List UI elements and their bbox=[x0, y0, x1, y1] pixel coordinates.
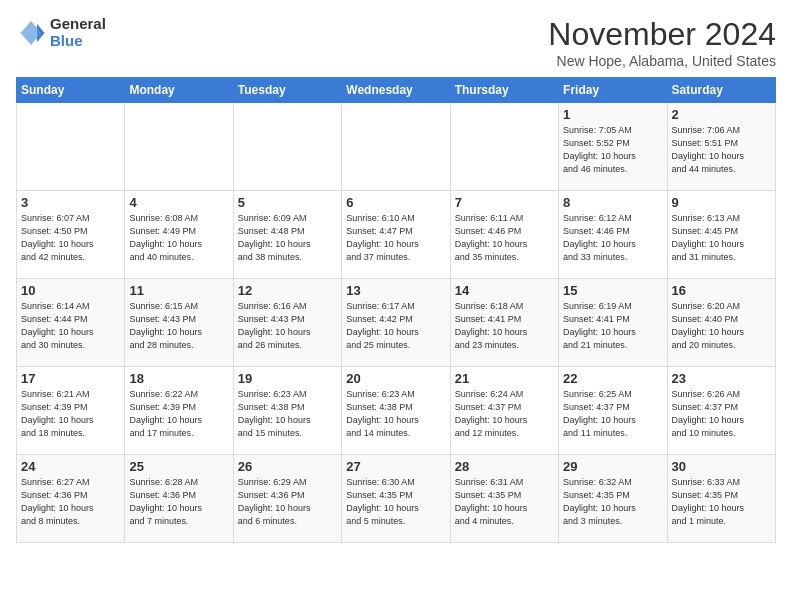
day-info: Sunrise: 6:28 AM Sunset: 4:36 PM Dayligh… bbox=[129, 476, 228, 528]
day-number: 15 bbox=[563, 283, 662, 298]
calendar-day: 17Sunrise: 6:21 AM Sunset: 4:39 PM Dayli… bbox=[17, 367, 125, 455]
calendar-week: 1Sunrise: 7:05 AM Sunset: 5:52 PM Daylig… bbox=[17, 103, 776, 191]
day-number: 13 bbox=[346, 283, 445, 298]
calendar-day: 3Sunrise: 6:07 AM Sunset: 4:50 PM Daylig… bbox=[17, 191, 125, 279]
calendar-week: 3Sunrise: 6:07 AM Sunset: 4:50 PM Daylig… bbox=[17, 191, 776, 279]
calendar-day bbox=[125, 103, 233, 191]
calendar-day: 30Sunrise: 6:33 AM Sunset: 4:35 PM Dayli… bbox=[667, 455, 775, 543]
calendar-day: 10Sunrise: 6:14 AM Sunset: 4:44 PM Dayli… bbox=[17, 279, 125, 367]
calendar-day: 2Sunrise: 7:06 AM Sunset: 5:51 PM Daylig… bbox=[667, 103, 775, 191]
day-info: Sunrise: 6:08 AM Sunset: 4:49 PM Dayligh… bbox=[129, 212, 228, 264]
header-cell: Sunday bbox=[17, 78, 125, 103]
day-number: 16 bbox=[672, 283, 771, 298]
calendar-day: 24Sunrise: 6:27 AM Sunset: 4:36 PM Dayli… bbox=[17, 455, 125, 543]
day-number: 25 bbox=[129, 459, 228, 474]
calendar-day: 11Sunrise: 6:15 AM Sunset: 4:43 PM Dayli… bbox=[125, 279, 233, 367]
day-info: Sunrise: 6:32 AM Sunset: 4:35 PM Dayligh… bbox=[563, 476, 662, 528]
day-info: Sunrise: 6:11 AM Sunset: 4:46 PM Dayligh… bbox=[455, 212, 554, 264]
calendar-day: 29Sunrise: 6:32 AM Sunset: 4:35 PM Dayli… bbox=[559, 455, 667, 543]
calendar-day: 9Sunrise: 6:13 AM Sunset: 4:45 PM Daylig… bbox=[667, 191, 775, 279]
header-cell: Monday bbox=[125, 78, 233, 103]
header-cell: Saturday bbox=[667, 78, 775, 103]
day-info: Sunrise: 6:24 AM Sunset: 4:37 PM Dayligh… bbox=[455, 388, 554, 440]
day-number: 22 bbox=[563, 371, 662, 386]
day-info: Sunrise: 6:31 AM Sunset: 4:35 PM Dayligh… bbox=[455, 476, 554, 528]
calendar-day: 19Sunrise: 6:23 AM Sunset: 4:38 PM Dayli… bbox=[233, 367, 341, 455]
day-number: 23 bbox=[672, 371, 771, 386]
svg-marker-1 bbox=[21, 21, 42, 45]
header-cell: Thursday bbox=[450, 78, 558, 103]
calendar-day: 26Sunrise: 6:29 AM Sunset: 4:36 PM Dayli… bbox=[233, 455, 341, 543]
day-number: 14 bbox=[455, 283, 554, 298]
header-cell: Wednesday bbox=[342, 78, 450, 103]
day-info: Sunrise: 6:30 AM Sunset: 4:35 PM Dayligh… bbox=[346, 476, 445, 528]
day-number: 2 bbox=[672, 107, 771, 122]
title-block: November 2024 New Hope, Alabama, United … bbox=[548, 16, 776, 69]
day-number: 26 bbox=[238, 459, 337, 474]
day-info: Sunrise: 6:19 AM Sunset: 4:41 PM Dayligh… bbox=[563, 300, 662, 352]
calendar-table: SundayMondayTuesdayWednesdayThursdayFrid… bbox=[16, 77, 776, 543]
day-info: Sunrise: 6:14 AM Sunset: 4:44 PM Dayligh… bbox=[21, 300, 120, 352]
calendar-day bbox=[233, 103, 341, 191]
calendar-day: 21Sunrise: 6:24 AM Sunset: 4:37 PM Dayli… bbox=[450, 367, 558, 455]
calendar-day: 4Sunrise: 6:08 AM Sunset: 4:49 PM Daylig… bbox=[125, 191, 233, 279]
day-number: 17 bbox=[21, 371, 120, 386]
calendar-day: 14Sunrise: 6:18 AM Sunset: 4:41 PM Dayli… bbox=[450, 279, 558, 367]
day-number: 8 bbox=[563, 195, 662, 210]
day-number: 9 bbox=[672, 195, 771, 210]
logo-icon bbox=[16, 18, 46, 48]
day-number: 27 bbox=[346, 459, 445, 474]
day-info: Sunrise: 6:07 AM Sunset: 4:50 PM Dayligh… bbox=[21, 212, 120, 264]
header-cell: Tuesday bbox=[233, 78, 341, 103]
day-info: Sunrise: 7:06 AM Sunset: 5:51 PM Dayligh… bbox=[672, 124, 771, 176]
day-info: Sunrise: 6:13 AM Sunset: 4:45 PM Dayligh… bbox=[672, 212, 771, 264]
day-number: 21 bbox=[455, 371, 554, 386]
day-info: Sunrise: 6:18 AM Sunset: 4:41 PM Dayligh… bbox=[455, 300, 554, 352]
day-number: 10 bbox=[21, 283, 120, 298]
calendar-week: 10Sunrise: 6:14 AM Sunset: 4:44 PM Dayli… bbox=[17, 279, 776, 367]
day-info: Sunrise: 6:10 AM Sunset: 4:47 PM Dayligh… bbox=[346, 212, 445, 264]
calendar-day: 27Sunrise: 6:30 AM Sunset: 4:35 PM Dayli… bbox=[342, 455, 450, 543]
calendar-day: 7Sunrise: 6:11 AM Sunset: 4:46 PM Daylig… bbox=[450, 191, 558, 279]
day-info: Sunrise: 6:16 AM Sunset: 4:43 PM Dayligh… bbox=[238, 300, 337, 352]
day-number: 12 bbox=[238, 283, 337, 298]
page-header: General Blue November 2024 New Hope, Ala… bbox=[16, 16, 776, 69]
day-number: 24 bbox=[21, 459, 120, 474]
day-number: 3 bbox=[21, 195, 120, 210]
calendar-day: 8Sunrise: 6:12 AM Sunset: 4:46 PM Daylig… bbox=[559, 191, 667, 279]
calendar-day: 20Sunrise: 6:23 AM Sunset: 4:38 PM Dayli… bbox=[342, 367, 450, 455]
calendar-day bbox=[342, 103, 450, 191]
day-number: 29 bbox=[563, 459, 662, 474]
calendar-day: 22Sunrise: 6:25 AM Sunset: 4:37 PM Dayli… bbox=[559, 367, 667, 455]
day-info: Sunrise: 7:05 AM Sunset: 5:52 PM Dayligh… bbox=[563, 124, 662, 176]
calendar-header: SundayMondayTuesdayWednesdayThursdayFrid… bbox=[17, 78, 776, 103]
day-info: Sunrise: 6:33 AM Sunset: 4:35 PM Dayligh… bbox=[672, 476, 771, 528]
day-info: Sunrise: 6:23 AM Sunset: 4:38 PM Dayligh… bbox=[346, 388, 445, 440]
calendar-week: 24Sunrise: 6:27 AM Sunset: 4:36 PM Dayli… bbox=[17, 455, 776, 543]
location: New Hope, Alabama, United States bbox=[548, 53, 776, 69]
day-info: Sunrise: 6:12 AM Sunset: 4:46 PM Dayligh… bbox=[563, 212, 662, 264]
logo: General Blue bbox=[16, 16, 106, 49]
day-info: Sunrise: 6:21 AM Sunset: 4:39 PM Dayligh… bbox=[21, 388, 120, 440]
day-number: 5 bbox=[238, 195, 337, 210]
day-number: 28 bbox=[455, 459, 554, 474]
day-number: 4 bbox=[129, 195, 228, 210]
calendar-day: 15Sunrise: 6:19 AM Sunset: 4:41 PM Dayli… bbox=[559, 279, 667, 367]
header-row: SundayMondayTuesdayWednesdayThursdayFrid… bbox=[17, 78, 776, 103]
logo-general: General bbox=[50, 16, 106, 33]
logo-text: General Blue bbox=[50, 16, 106, 49]
day-info: Sunrise: 6:20 AM Sunset: 4:40 PM Dayligh… bbox=[672, 300, 771, 352]
calendar-day: 12Sunrise: 6:16 AM Sunset: 4:43 PM Dayli… bbox=[233, 279, 341, 367]
day-info: Sunrise: 6:15 AM Sunset: 4:43 PM Dayligh… bbox=[129, 300, 228, 352]
day-info: Sunrise: 6:26 AM Sunset: 4:37 PM Dayligh… bbox=[672, 388, 771, 440]
day-number: 1 bbox=[563, 107, 662, 122]
day-number: 11 bbox=[129, 283, 228, 298]
logo-blue: Blue bbox=[50, 33, 106, 50]
calendar-day: 18Sunrise: 6:22 AM Sunset: 4:39 PM Dayli… bbox=[125, 367, 233, 455]
day-number: 20 bbox=[346, 371, 445, 386]
calendar-day bbox=[450, 103, 558, 191]
header-cell: Friday bbox=[559, 78, 667, 103]
calendar-day: 13Sunrise: 6:17 AM Sunset: 4:42 PM Dayli… bbox=[342, 279, 450, 367]
day-info: Sunrise: 6:17 AM Sunset: 4:42 PM Dayligh… bbox=[346, 300, 445, 352]
calendar-week: 17Sunrise: 6:21 AM Sunset: 4:39 PM Dayli… bbox=[17, 367, 776, 455]
